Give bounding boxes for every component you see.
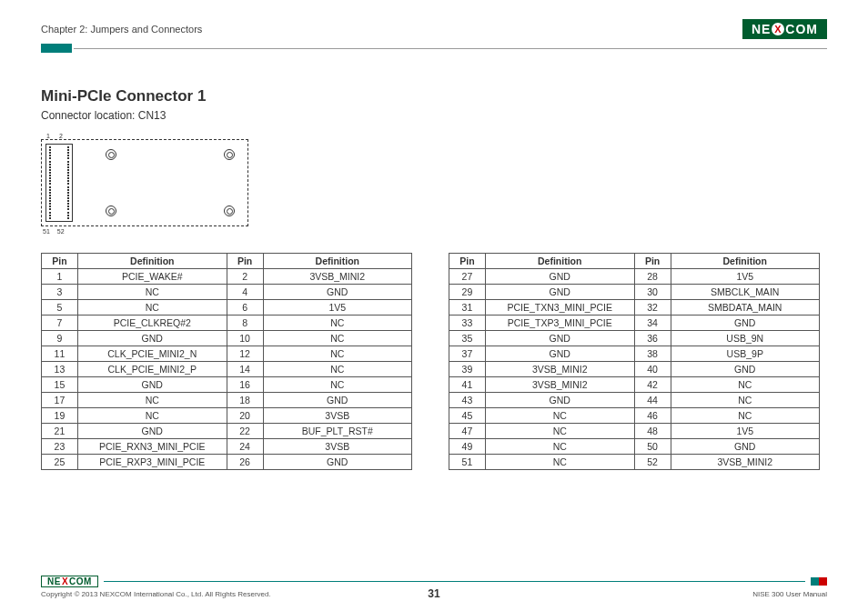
table-row: 51NC523VSB_MINI2 (449, 455, 820, 470)
logo-text: COM (785, 22, 818, 36)
pin-label-51: 51 (43, 228, 50, 235)
cell-pin: 10 (227, 331, 263, 346)
cell-def: NC (263, 316, 411, 331)
logo-text: NE (752, 22, 771, 36)
cell-pin: 50 (634, 439, 671, 455)
cell-def: GND (485, 346, 634, 362)
cell-pin: 45 (449, 408, 486, 424)
table-row: 45NC46NC (449, 408, 820, 424)
cell-pin: 24 (227, 439, 263, 455)
table-row: 9GND10NC (42, 331, 412, 346)
table-row: 49NC50GND (449, 439, 820, 455)
cell-def: PCIE_TXN3_MINI_PCIE (485, 300, 634, 316)
table-row: 43GND44NC (449, 393, 820, 408)
cell-def: PCIE_RXP3_MINI_PCIE (77, 455, 227, 470)
cell-def: CLK_PCIE_MINI2_P (77, 362, 227, 377)
table-row: 21GND22BUF_PLT_RST# (42, 424, 412, 439)
header-rule (41, 44, 827, 53)
cell-pin: 31 (449, 300, 486, 316)
footer-brand-logo: NEXCOM (41, 576, 98, 587)
cell-pin: 21 (42, 424, 78, 439)
table-row: 29GND30SMBCLK_MAIN (449, 285, 820, 300)
cell-pin: 14 (227, 362, 263, 377)
cell-pin: 20 (227, 408, 263, 424)
cell-pin: 30 (634, 285, 671, 300)
cell-pin: 35 (449, 331, 486, 346)
cell-def: BUF_PLT_RST# (263, 424, 411, 439)
section-title: Mini-PCIe Connector 1 (41, 87, 827, 105)
cell-pin: 12 (227, 346, 263, 362)
table-row: 7PCIE_CLKREQ#28NC (42, 316, 412, 331)
cell-def: NC (263, 331, 411, 346)
cell-def: GND (485, 285, 634, 300)
cell-def: GND (485, 393, 634, 408)
standoff-icon (224, 149, 235, 160)
cell-pin: 7 (42, 316, 78, 331)
th-def: Definition (485, 254, 634, 269)
table-row: 393VSB_MINI240GND (449, 362, 820, 377)
cell-def: NC (263, 377, 411, 393)
doc-title: NISE 300 User Manual (752, 590, 827, 598)
cell-pin: 48 (634, 424, 671, 439)
cell-pin: 15 (42, 377, 78, 393)
cell-def: GND (263, 285, 411, 300)
cell-def: NC (485, 439, 634, 455)
table-row: 15GND16NC (42, 377, 412, 393)
cell-def: GND (77, 424, 227, 439)
cell-pin: 38 (634, 346, 671, 362)
logo-x-icon: X (772, 23, 784, 35)
cell-def: SMBCLK_MAIN (671, 285, 820, 300)
cell-pin: 51 (449, 455, 486, 470)
accent-block (41, 44, 72, 53)
cell-def: GND (263, 393, 411, 408)
cell-pin: 11 (42, 346, 78, 362)
cell-def: USB_9N (671, 331, 820, 346)
cell-def: 3VSB (263, 439, 411, 455)
cell-pin: 5 (42, 300, 78, 316)
connector-diagram: 1 2 51 52 (41, 133, 248, 235)
cell-def: PCIE_TXP3_MINI_PCIE (485, 316, 634, 331)
table-row: 37GND38USB_9P (449, 346, 820, 362)
th-def: Definition (671, 254, 820, 269)
cell-def: 1V5 (671, 424, 820, 439)
pin-label-2: 2 (59, 133, 63, 139)
cell-pin: 37 (449, 346, 486, 362)
cell-pin: 46 (634, 408, 671, 424)
cell-def: USB_9P (671, 346, 820, 362)
cell-pin: 26 (227, 455, 263, 470)
chapter-title: Chapter 2: Jumpers and Connectors (41, 24, 202, 35)
cell-def: CLK_PCIE_MINI2_N (77, 346, 227, 362)
table-row: 27GND281V5 (449, 269, 820, 285)
cell-def: 3VSB_MINI2 (671, 455, 820, 470)
table-row: 25PCIE_RXP3_MINI_PCIE26GND (42, 455, 412, 470)
cell-pin: 52 (634, 455, 671, 470)
cell-pin: 8 (227, 316, 263, 331)
cell-def: PCIE_CLKREQ#2 (77, 316, 227, 331)
footer-rule (104, 581, 805, 583)
cell-pin: 42 (634, 377, 671, 393)
cell-def: GND (77, 377, 227, 393)
cell-def: GND (671, 316, 820, 331)
cell-pin: 39 (449, 362, 486, 377)
cell-def: NC (485, 424, 634, 439)
cell-def: NC (671, 377, 820, 393)
cell-pin: 9 (42, 331, 78, 346)
pinout-table-a: Pin Definition Pin Definition 1PCIE_WAKE… (41, 253, 412, 470)
cell-def: NC (263, 362, 411, 377)
page-number: 31 (428, 587, 439, 600)
logo-text: NE (47, 576, 61, 586)
copyright-text: Copyright © 2013 NEXCOM International Co… (41, 590, 271, 598)
cell-def: NC (77, 300, 227, 316)
table-row: 413VSB_MINI242NC (449, 377, 820, 393)
table-row: 5NC61V5 (42, 300, 412, 316)
cell-def: 3VSB_MINI2 (485, 362, 634, 377)
cell-def: GND (671, 439, 820, 455)
th-pin: Pin (449, 254, 486, 269)
table-row: 13CLK_PCIE_MINI2_P14NC (42, 362, 412, 377)
cell-pin: 18 (227, 393, 263, 408)
cell-pin: 33 (449, 316, 486, 331)
th-pin: Pin (634, 254, 671, 269)
cell-pin: 16 (227, 377, 263, 393)
th-def: Definition (77, 254, 227, 269)
cell-def: GND (263, 455, 411, 470)
